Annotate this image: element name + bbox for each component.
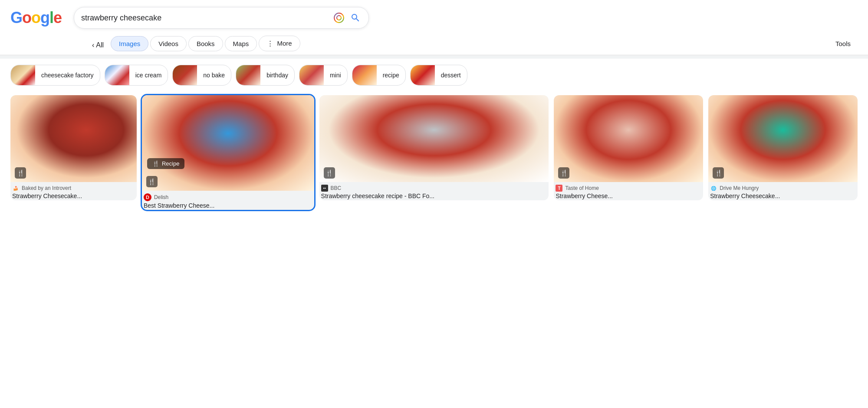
card-bottom-3: ▪▪ BBC Strawberry cheesecake recipe - BB… [319, 182, 549, 200]
card-title-4: Strawberry Cheese... [556, 192, 701, 199]
chip-img-dessert [411, 65, 435, 86]
image-col-4: 🍴 T Taste of Home Strawberry Cheese... [554, 95, 703, 210]
source-favicon-3: ▪▪ [321, 185, 328, 192]
fork-recipe-icon: 🍴 [152, 160, 159, 167]
tab-books[interactable]: Books [188, 36, 223, 51]
recipe-badge: 🍴 Recipe [147, 158, 184, 169]
card-title-2: Best Strawberry Cheese... [144, 202, 312, 209]
card-bottom-4: T Taste of Home Strawberry Cheese... [554, 182, 703, 200]
chip-birthday[interactable]: birthday [236, 65, 295, 86]
tools-button[interactable]: Tools [829, 36, 858, 51]
all-tab-label: All [96, 41, 104, 49]
chip-recipe[interactable]: recipe [352, 65, 406, 86]
logo-g2: g [40, 9, 49, 27]
card-title-5: Strawberry Cheesecake... [710, 192, 856, 199]
image-card-3[interactable]: 🍴 ▪▪ BBC Strawberry cheesecake recipe - … [319, 95, 549, 200]
fork-badge-2: 🍴 [146, 176, 158, 187]
source-favicon-5: 🌐 [710, 185, 717, 192]
svg-point-0 [334, 13, 344, 23]
chip-mini[interactable]: mini [299, 65, 348, 86]
logo-o1: o [22, 9, 31, 27]
chip-cheesecake-factory[interactable]: cheesecake factory [10, 65, 100, 86]
image-col-1: 🍴 🍰 Baked by an Introvert Strawberry Che… [10, 95, 137, 210]
fork-badge-3: 🍴 [324, 167, 335, 179]
logo-o2: o [31, 9, 40, 27]
card-bottom-2: D Delish Best Strawberry Cheese... [142, 191, 314, 210]
card-bottom-1: 🍰 Baked by an Introvert Strawberry Chees… [10, 182, 137, 200]
fork-badge-5: 🍴 [713, 167, 724, 179]
search-input[interactable] [81, 13, 329, 23]
search-icons [333, 12, 362, 24]
image-1: 🍴 [10, 95, 137, 182]
card-bottom-5: 🌐 Drive Me Hungry Strawberry Cheesecake.… [708, 182, 858, 200]
card-source-5: 🌐 Drive Me Hungry [710, 185, 856, 192]
chip-img-birthday [236, 65, 260, 86]
card-title-3: Strawberry cheesecake recipe - BBC Fo... [321, 192, 547, 199]
chips-row: cheesecake factory ice cream no bake bir… [0, 59, 868, 92]
source-name-1: Baked by an Introvert [22, 185, 71, 191]
chip-label-birthday: birthday [260, 72, 294, 79]
source-name-3: BBC [331, 185, 342, 191]
nav-tabs: ‹ All Images Videos Books Maps ⋮ More To… [0, 32, 868, 55]
svg-point-1 [337, 16, 341, 20]
tab-videos[interactable]: Videos [150, 36, 187, 51]
search-button[interactable] [349, 12, 362, 24]
chip-img-recipe [352, 65, 377, 86]
image-col-5: 🍴 🌐 Drive Me Hungry Strawberry Cheesecak… [708, 95, 858, 210]
card-title-1: Strawberry Cheesecake... [12, 192, 135, 199]
chip-ice-cream[interactable]: ice cream [105, 65, 168, 86]
camera-lens-icon[interactable] [333, 12, 345, 24]
image-card-1[interactable]: 🍴 🍰 Baked by an Introvert Strawberry Che… [10, 95, 137, 200]
chip-label-ice-cream: ice cream [129, 72, 168, 79]
logo-e: e [53, 9, 62, 27]
search-bar [74, 7, 369, 29]
fork-badge-4: 🍴 [558, 167, 569, 179]
chip-label-mini: mini [324, 72, 347, 79]
image-card-2[interactable]: 🍴 Recipe 🍴 D Delish Best Strawberry Chee… [142, 95, 314, 210]
chip-img-mini [299, 65, 324, 86]
google-logo[interactable]: Google [10, 9, 62, 27]
source-favicon-2: D [144, 193, 151, 201]
card-source-2: D Delish [144, 193, 312, 201]
image-5: 🍴 [708, 95, 858, 182]
chip-label-cheesecake-factory: cheesecake factory [35, 72, 100, 79]
card-source-3: ▪▪ BBC [321, 185, 547, 192]
nav-back-all[interactable]: ‹ All [87, 38, 109, 53]
image-3: 🍴 [319, 95, 549, 182]
source-name-2: Delish [154, 194, 168, 200]
source-favicon-4: T [556, 185, 562, 192]
tab-more[interactable]: ⋮ More [259, 36, 300, 51]
card-source-1: 🍰 Baked by an Introvert [12, 185, 135, 192]
tab-images[interactable]: Images [111, 36, 148, 51]
logo-l: l [49, 9, 53, 27]
chip-img-no-bake [173, 65, 197, 86]
image-card-5[interactable]: 🍴 🌐 Drive Me Hungry Strawberry Cheesecak… [708, 95, 858, 200]
source-name-5: Drive Me Hungry [720, 185, 759, 191]
image-grid: 🍴 🍰 Baked by an Introvert Strawberry Che… [0, 92, 868, 220]
image-2: 🍴 Recipe 🍴 [142, 95, 314, 191]
image-card-4[interactable]: 🍴 T Taste of Home Strawberry Cheese... [554, 95, 703, 200]
logo-g: G [10, 9, 22, 27]
header: Google [0, 0, 868, 32]
chip-img-cheesecake-factory [11, 65, 35, 86]
chip-img-ice-cream [105, 65, 129, 86]
image-col-3: 🍴 ▪▪ BBC Strawberry cheesecake recipe - … [319, 95, 549, 210]
image-col-2: 🍴 Recipe 🍴 D Delish Best Strawberry Chee… [142, 95, 314, 210]
card-source-4: T Taste of Home [556, 185, 701, 192]
recipe-badge-label: Recipe [162, 160, 179, 167]
chip-label-recipe: recipe [377, 72, 405, 79]
chip-no-bake[interactable]: no bake [172, 65, 231, 86]
chip-dessert[interactable]: dessert [410, 65, 467, 86]
source-name-4: Taste of Home [565, 185, 598, 191]
tab-maps[interactable]: Maps [225, 36, 257, 51]
back-chevron-icon: ‹ [92, 41, 94, 49]
divider [0, 55, 868, 59]
chip-label-dessert: dessert [435, 72, 467, 79]
image-4: 🍴 [554, 95, 703, 182]
source-favicon-1: 🍰 [12, 185, 19, 192]
fork-badge-1: 🍴 [15, 167, 26, 179]
more-dots-icon: ⋮ [267, 40, 273, 47]
chip-label-no-bake: no bake [197, 72, 231, 79]
